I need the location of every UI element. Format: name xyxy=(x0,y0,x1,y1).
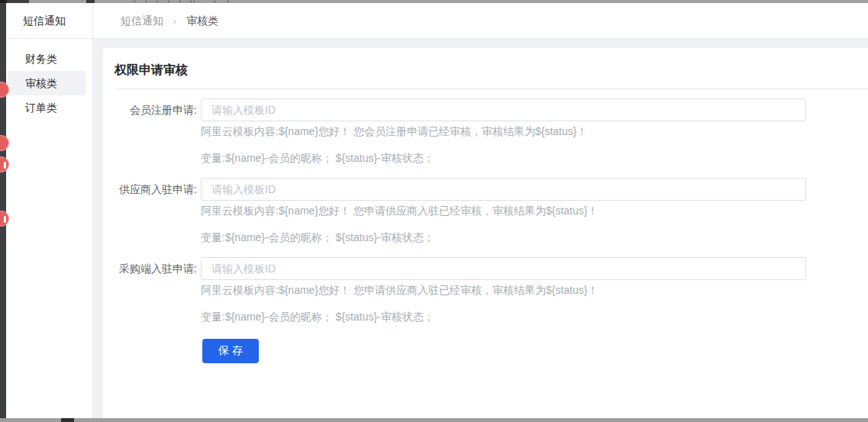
member-register-vars-desc: 变量:${name}-会员的昵称； ${status}-审核状态； xyxy=(201,152,434,166)
member-register-template-desc: 阿里云模板内容:${name}您好！ 您会员注册申请已经审核，审核结果为${st… xyxy=(201,125,587,139)
top-strip-ticks xyxy=(134,1,135,2)
horizontal-scrollbar-thumb[interactable] xyxy=(61,418,74,422)
save-button[interactable]: 保 存 xyxy=(202,339,259,363)
window-bottom-strip xyxy=(0,418,868,422)
page-title: 权限申请审核 xyxy=(115,63,188,79)
main-card: 权限申请审核 会员注册申请: 阿里云模板内容:${name}您好！ 您会员注册申… xyxy=(103,48,868,422)
form-row-supplier-entry: 供应商入驻申请: 阿里云模板内容:${name}您好！ 您申请供应商入驻已经审核… xyxy=(103,178,868,257)
content-top-gutter xyxy=(93,39,868,48)
top-strip-darkest-segment xyxy=(0,0,7,3)
title-divider xyxy=(115,89,868,89)
supplier-entry-vars-desc: 变量:${name}-会员的昵称； ${status}-审核状态； xyxy=(201,231,434,245)
breadcrumb: 短信通知 › 审核类 xyxy=(93,3,868,39)
sidebar-item-finance[interactable]: 财务类 xyxy=(8,47,86,71)
sidebar: 短信通知 财务类 审核类 订单类 xyxy=(6,3,93,422)
form-row-purchaser-entry: 采购端入驻申请: 阿里云模板内容:${name}您好！ 您申请供应商入驻已经审核… xyxy=(103,257,868,337)
purchaser-entry-template-id-input[interactable] xyxy=(201,257,806,280)
sidebar-title: 短信通知 xyxy=(6,3,92,39)
member-register-label: 会员注册申请: xyxy=(115,98,197,121)
sidebar-menu: 财务类 审核类 订单类 xyxy=(6,39,92,120)
sidebar-item-order[interactable]: 订单类 xyxy=(8,95,86,120)
chevron-right-icon: › xyxy=(173,15,176,27)
badge-white-bar xyxy=(4,216,6,223)
purchaser-entry-template-desc: 阿里云模板内容:${name}您好！ 您申请供应商入驻已经审核，审核结果为${s… xyxy=(201,284,598,298)
content-left-gutter xyxy=(93,48,103,422)
sidebar-item-audit[interactable]: 审核类 xyxy=(8,71,86,95)
supplier-entry-template-desc: 阿里云模板内容:${name}您好！ 您申请供应商入驻已经审核，审核结果为${s… xyxy=(201,205,598,218)
top-strip-tab-segment xyxy=(86,0,95,3)
member-register-template-id-input[interactable] xyxy=(201,98,806,121)
supplier-entry-template-id-input[interactable] xyxy=(201,178,806,201)
window-top-strip xyxy=(0,0,868,3)
badge-white-bar xyxy=(4,162,6,169)
supplier-entry-label: 供应商入驻申请: xyxy=(115,178,197,201)
breadcrumb-item-audit: 审核类 xyxy=(186,14,218,27)
purchaser-entry-vars-desc: 变量:${name}-会员的昵称； ${status}-审核状态； xyxy=(201,311,434,324)
breadcrumb-item-sms[interactable]: 短信通知 xyxy=(121,14,163,27)
form-row-member-register: 会员注册申请: 阿里云模板内容:${name}您好！ 您会员注册申请已经审核，审… xyxy=(103,98,868,178)
purchaser-entry-label: 采购端入驻申请: xyxy=(115,257,197,280)
